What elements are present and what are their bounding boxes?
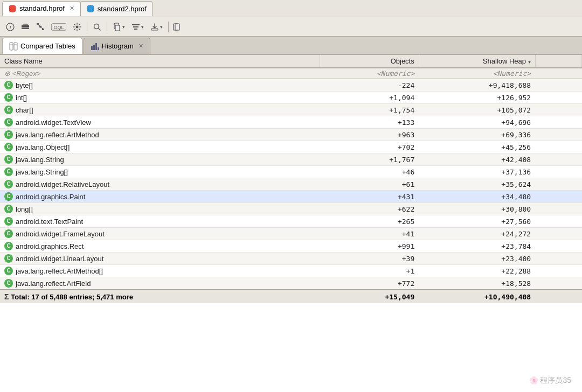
table-container[interactable]: Class Name Objects Shallow Heap ▾ ⊕ <Reg… bbox=[0, 55, 582, 392]
settings-button[interactable] bbox=[70, 20, 84, 34]
extra-cell bbox=[535, 129, 581, 141]
filter-dropdown-button[interactable]: ▾ bbox=[129, 20, 147, 34]
regex-filter-icon: ⊕ bbox=[4, 69, 12, 78]
table-row[interactable]: C android.widget.LinearLayout +39+23,400 bbox=[0, 253, 582, 265]
table-row[interactable]: C java.lang.reflect.ArtField +772+18,528 bbox=[0, 277, 582, 290]
histogram-close-btn[interactable]: ✕ bbox=[138, 43, 143, 50]
class-circle-icon: C bbox=[4, 93, 13, 102]
class-circle-icon: C bbox=[4, 217, 13, 226]
class-circle-icon: C bbox=[4, 242, 13, 250]
class-hierarchy-button[interactable] bbox=[33, 20, 47, 34]
search-button[interactable] bbox=[90, 20, 104, 34]
tab-close-btn[interactable]: ✕ bbox=[70, 5, 74, 12]
heap-cell: +30,800 bbox=[419, 203, 535, 215]
class-name-text: android.text.TextPaint bbox=[16, 218, 83, 226]
col-class-name[interactable]: Class Name bbox=[0, 55, 320, 68]
copy-dropdown-button[interactable]: ▾ bbox=[110, 20, 128, 34]
table-row[interactable]: C java.lang.String +1,767+42,408 bbox=[0, 153, 582, 166]
extra-cell bbox=[535, 153, 581, 166]
heap-cell: +105,072 bbox=[419, 104, 535, 116]
compared-tables-icon bbox=[9, 42, 18, 51]
objects-cell: -224 bbox=[320, 79, 419, 92]
info-button[interactable]: i bbox=[3, 20, 17, 34]
class-name-text: java.lang.reflect.ArtField bbox=[16, 279, 91, 288]
sql-button[interactable]: OQL bbox=[48, 20, 69, 34]
footer-objects: +15,049 bbox=[320, 290, 419, 303]
class-circle-icon: C bbox=[4, 254, 13, 263]
toolbar-sep3 bbox=[168, 22, 169, 32]
class-circle-icon: C bbox=[4, 106, 13, 114]
col-extra bbox=[535, 55, 581, 68]
objects-filter: <Numeric> bbox=[320, 68, 419, 79]
tab-standard2-hprof[interactable]: standard2.hprof bbox=[80, 1, 153, 16]
table-row[interactable]: C java.lang.String[] +46+37,136 bbox=[0, 166, 582, 178]
class-name-text: android.widget.RelativeLayout bbox=[16, 180, 109, 188]
class-circle-icon: C bbox=[4, 180, 13, 188]
tab-label: standard.hprof bbox=[19, 4, 65, 12]
objects-cell: +265 bbox=[320, 215, 419, 228]
title-bar: standard.hprof ✕ standard2.hprof bbox=[0, 0, 582, 17]
svg-rect-26 bbox=[14, 43, 17, 50]
toolbar-sep2 bbox=[107, 22, 107, 32]
objects-cell: +1,767 bbox=[320, 153, 419, 166]
objects-cell: +431 bbox=[320, 191, 419, 203]
class-name-text: java.lang.String[] bbox=[16, 168, 68, 176]
export-dropdown-button[interactable]: ▾ bbox=[148, 20, 165, 34]
footer-heap: +10,490,408 bbox=[419, 290, 535, 303]
tab-compared-tables[interactable]: Compared Tables bbox=[2, 38, 82, 54]
objects-cell: +133 bbox=[320, 116, 419, 129]
comparison-table: Class Name Objects Shallow Heap ▾ ⊕ <Reg… bbox=[0, 55, 582, 303]
extra-cell bbox=[535, 79, 581, 92]
heap-cell: +34,480 bbox=[419, 191, 535, 203]
table-header-row: Class Name Objects Shallow Heap ▾ bbox=[0, 55, 582, 68]
class-circle-icon: C bbox=[4, 279, 13, 288]
objects-cell: +46 bbox=[320, 166, 419, 178]
svg-rect-25 bbox=[10, 43, 13, 50]
extra-cell bbox=[535, 253, 581, 265]
table-row[interactable]: C char[] +1,754+105,072 bbox=[0, 104, 582, 116]
heap3-button[interactable] bbox=[171, 20, 185, 34]
extra-cell bbox=[535, 166, 581, 178]
class-name-cell: C long[] bbox=[0, 203, 320, 215]
extra-cell bbox=[535, 92, 581, 104]
class-name-text: android.widget.LinearLayout bbox=[16, 255, 103, 263]
table-row[interactable]: C android.graphics.Paint +431+34,480 bbox=[0, 191, 582, 203]
heap-cell: +42,408 bbox=[419, 153, 535, 166]
table-row[interactable]: C android.widget.TextView +133+94,696 bbox=[0, 116, 582, 129]
class-circle-icon: C bbox=[4, 155, 13, 164]
table-row[interactable]: C android.widget.FrameLayout +41+24,272 bbox=[0, 228, 582, 240]
table-row[interactable]: C java.lang.reflect.ArtMethod[] +1+22,28… bbox=[0, 265, 582, 277]
svg-rect-20 bbox=[133, 26, 138, 27]
class-name-text: android.widget.FrameLayout bbox=[16, 230, 105, 238]
svg-line-11 bbox=[40, 27, 43, 29]
table-row[interactable]: C int[] +1,094+126,952 bbox=[0, 92, 582, 104]
heap-cell: +35,624 bbox=[419, 178, 535, 191]
table-row[interactable]: C android.widget.RelativeLayout +61+35,6… bbox=[0, 178, 582, 191]
class-name-text: java.lang.reflect.ArtMethod[] bbox=[16, 267, 103, 275]
tab-standard-hprof[interactable]: standard.hprof ✕ bbox=[2, 1, 80, 16]
col-shallow-heap[interactable]: Shallow Heap ▾ bbox=[419, 55, 535, 68]
extra-cell bbox=[535, 116, 581, 129]
svg-rect-22 bbox=[151, 29, 158, 30]
table-row[interactable]: C android.graphics.Rect +991+23,784 bbox=[0, 240, 582, 253]
tab-histogram[interactable]: Histogram ✕ bbox=[84, 38, 150, 54]
class-circle-icon: C bbox=[4, 81, 13, 89]
filter-row: ⊕ <Regex> <Numeric> <Numeric> bbox=[0, 68, 582, 79]
svg-line-10 bbox=[38, 25, 40, 26]
heap-cell: +126,952 bbox=[419, 92, 535, 104]
table-row[interactable]: C android.text.TextPaint +265+27,560 bbox=[0, 215, 582, 228]
table-row[interactable]: C long[] +622+30,800 bbox=[0, 203, 582, 215]
class-name-text: android.widget.TextView bbox=[16, 118, 91, 127]
svg-rect-4 bbox=[22, 25, 29, 27]
table-row[interactable]: C byte[] -224+9,418,688 bbox=[0, 79, 582, 92]
col-objects[interactable]: Objects bbox=[320, 55, 419, 68]
heap-button[interactable] bbox=[18, 20, 32, 34]
table-row[interactable]: C java.lang.reflect.ArtMethod +963+69,33… bbox=[0, 129, 582, 141]
objects-cell: +772 bbox=[320, 277, 419, 290]
class-name-text: long[] bbox=[16, 205, 33, 213]
class-name-text: int[] bbox=[16, 94, 27, 102]
objects-cell: +1 bbox=[320, 265, 419, 277]
svg-rect-19 bbox=[132, 24, 140, 25]
class-circle-icon: C bbox=[4, 143, 13, 151]
table-row[interactable]: C java.lang.Object[] +702+45,256 bbox=[0, 141, 582, 153]
